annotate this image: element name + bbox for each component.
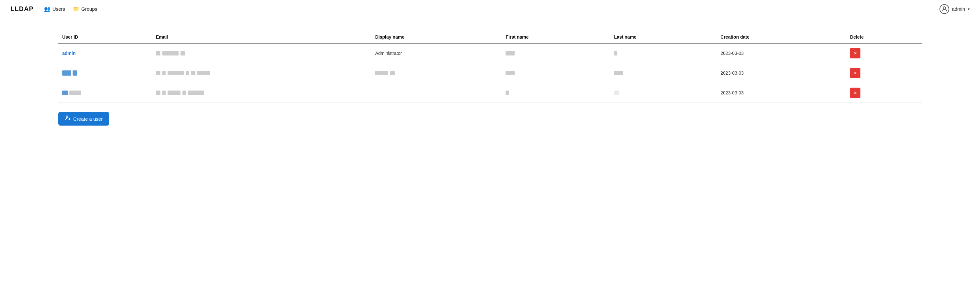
delete-button[interactable]: × — [850, 68, 861, 78]
col-display-name: Display name — [371, 31, 502, 43]
cell-last-name — [610, 83, 717, 103]
blurred-r3-email-2 — [162, 91, 165, 95]
blurred-r2-email-3 — [167, 71, 184, 75]
nav-links: 👥 Users 📁 Groups — [44, 5, 940, 13]
blurred-userid-blue — [62, 70, 71, 76]
table-body: admin Administrator — [58, 43, 922, 103]
app-logo: LLDAP — [10, 5, 34, 13]
user-menu[interactable]: admin ▾ — [940, 4, 970, 14]
nav-groups-label: Groups — [81, 6, 97, 12]
blurred-r2-displayname-2 — [390, 71, 395, 75]
cell-delete: × — [846, 63, 922, 83]
nav-users[interactable]: 👥 Users — [44, 5, 65, 13]
user-avatar-icon — [940, 4, 949, 14]
users-icon: 👥 — [44, 6, 51, 12]
blurred-r2-email-5 — [191, 71, 196, 75]
display-name-value: Administrator — [375, 51, 402, 56]
blurred-r2-email-2 — [162, 71, 165, 75]
cell-display-name: Administrator — [371, 43, 502, 63]
create-user-button[interactable]: Create a user — [58, 112, 109, 126]
blurred-email-1 — [156, 51, 161, 56]
users-table: User ID Email Display name First name La… — [58, 31, 922, 103]
chevron-down-icon: ▾ — [968, 7, 970, 11]
blurred-r2-lastname — [614, 71, 623, 75]
cell-first-name — [502, 43, 610, 63]
cell-email — [152, 83, 371, 103]
blurred-r2-firstname — [506, 71, 515, 75]
nav-groups[interactable]: 📁 Groups — [73, 5, 97, 13]
table-row: 2023-03-03 × — [58, 83, 922, 103]
svg-point-1 — [66, 116, 68, 118]
col-first-name: First name — [502, 31, 610, 43]
col-user-id: User ID — [58, 31, 152, 43]
table-header: User ID Email Display name First name La… — [58, 31, 922, 43]
cell-delete: × — [846, 83, 922, 103]
blurred-userid-blue2 — [73, 70, 77, 76]
cell-creation-date: 2023-03-03 — [716, 63, 846, 83]
delete-button[interactable]: × — [850, 48, 861, 58]
user-name: admin — [952, 6, 965, 12]
add-user-icon — [65, 115, 71, 122]
blurred-r2-displayname-1 — [375, 71, 388, 75]
cell-first-name — [502, 63, 610, 83]
blurred-r3-lastname — [614, 91, 619, 95]
col-delete: Delete — [846, 31, 922, 43]
groups-icon: 📁 — [73, 6, 80, 12]
cell-display-name — [371, 83, 502, 103]
blurred-r2-email-6 — [197, 71, 210, 75]
blurred-r3-email-3 — [167, 91, 180, 95]
cell-creation-date: 2023-03-03 — [716, 43, 846, 63]
col-creation-date: Creation date — [716, 31, 846, 43]
cell-delete: × — [846, 43, 922, 63]
blurred-r3-userid-blue1 — [62, 91, 68, 95]
table-row: 2023-03-03 × — [58, 63, 922, 83]
cell-display-name — [371, 63, 502, 83]
navbar: LLDAP 👥 Users 📁 Groups admin ▾ — [0, 0, 980, 18]
cell-email — [152, 63, 371, 83]
col-last-name: Last name — [610, 31, 717, 43]
blurred-r2-email-1 — [156, 71, 161, 75]
svg-point-0 — [943, 6, 945, 9]
user-id-link[interactable]: admin — [62, 51, 75, 56]
blurred-email-2 — [162, 51, 178, 56]
blurred-r3-email-4 — [183, 91, 186, 95]
cell-last-name — [610, 43, 717, 63]
cell-last-name — [610, 63, 717, 83]
nav-users-label: Users — [52, 6, 65, 12]
cell-creation-date: 2023-03-03 — [716, 83, 846, 103]
delete-button[interactable]: × — [850, 88, 861, 98]
blurred-r3-userid-1 — [69, 91, 81, 95]
blurred-firstname-1 — [506, 51, 515, 56]
blurred-lastname-1 — [614, 51, 617, 56]
create-user-label: Create a user — [73, 116, 103, 122]
cell-first-name — [502, 83, 610, 103]
blurred-email-3 — [180, 51, 185, 56]
blurred-r2-email-4 — [186, 71, 189, 75]
cell-email — [152, 43, 371, 63]
table-row: admin Administrator — [58, 43, 922, 63]
main-content: User ID Email Display name First name La… — [0, 18, 980, 139]
cell-user-id — [58, 63, 152, 83]
blurred-r3-firstname — [506, 91, 509, 95]
users-table-container: User ID Email Display name First name La… — [58, 31, 922, 103]
cell-user-id — [58, 83, 152, 103]
blurred-r3-email-1 — [156, 91, 161, 95]
blurred-r3-email-5 — [188, 91, 204, 95]
col-email: Email — [152, 31, 371, 43]
cell-user-id: admin — [58, 43, 152, 63]
